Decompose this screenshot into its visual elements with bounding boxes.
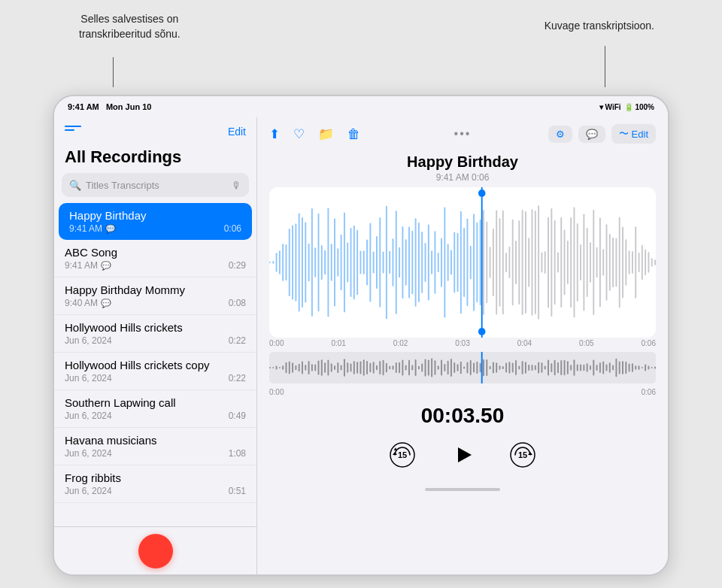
- filter-button[interactable]: ⚙: [548, 126, 572, 143]
- svg-rect-114: [635, 226, 636, 298]
- recording-item[interactable]: Havana musicians Jun 6, 2024 1:08: [54, 428, 256, 465]
- left-panel: Edit All Recordings 🔍 Titles Transcripts…: [54, 117, 257, 574]
- svg-rect-94: [570, 217, 572, 308]
- svg-rect-188: [473, 363, 475, 373]
- all-recordings-title: All Recordings: [54, 146, 256, 173]
- svg-rect-108: [615, 238, 617, 287]
- svg-rect-133: [295, 365, 296, 370]
- svg-rect-187: [470, 360, 472, 375]
- recording-name: Southern Lapwing call: [65, 396, 176, 409]
- time-label: 0:03: [455, 339, 469, 347]
- wifi-icon: ▾ WiFi: [599, 103, 621, 111]
- edit-button[interactable]: Edit: [228, 126, 246, 138]
- svg-rect-0: [269, 187, 656, 338]
- svg-rect-36: [383, 252, 384, 274]
- transcript-button[interactable]: 💬: [578, 126, 605, 143]
- svg-rect-213: [554, 360, 556, 376]
- search-bar[interactable]: 🔍 Titles Transcripts 🎙: [62, 173, 249, 197]
- svg-rect-158: [376, 365, 378, 371]
- svg-rect-230: [609, 362, 611, 373]
- recording-item[interactable]: ABC Song 9:41 AM 💬 0:29: [54, 240, 256, 277]
- mini-time-label: 0:00: [269, 388, 284, 396]
- svg-rect-161: [386, 363, 387, 373]
- svg-rect-170: [415, 359, 417, 376]
- recording-title-area: Happy Birthday 9:41 AM 0:06: [257, 150, 668, 187]
- svg-rect-226: [596, 365, 598, 371]
- svg-rect-204: [525, 362, 526, 374]
- svg-rect-211: [548, 359, 549, 375]
- recording-item[interactable]: Happy Birthday Mommy 9:40 AM 💬 0:08: [54, 277, 256, 315]
- svg-rect-124: [269, 352, 656, 383]
- recording-meta: Jun 6, 2024: [65, 373, 112, 383]
- sidebar-toggle-button[interactable]: [65, 126, 81, 138]
- recording-item[interactable]: Happy Birthday 9:41 AM 💬 0:06: [59, 203, 252, 240]
- svg-rect-52: [434, 231, 435, 293]
- svg-rect-11: [302, 217, 303, 308]
- left-toolbar: Edit: [54, 117, 256, 146]
- svg-rect-23: [341, 235, 342, 290]
- transcript-badge: 💬: [101, 299, 111, 308]
- skip-forward-button[interactable]: 15: [508, 440, 538, 470]
- svg-rect-84: [538, 205, 539, 320]
- svg-rect-185: [463, 366, 465, 368]
- svg-rect-127: [276, 365, 278, 369]
- svg-rect-134: [299, 364, 300, 371]
- mini-time-labels: 0:000:06: [257, 386, 668, 398]
- svg-rect-55: [444, 207, 445, 317]
- right-panel: ⬆ ♡ 📁 🗑 ••• ⚙ 💬 〜 Edit: [257, 117, 668, 574]
- record-button[interactable]: [138, 534, 173, 568]
- waveform-container[interactable]: [269, 187, 656, 338]
- share-button[interactable]: ⬆: [269, 128, 280, 141]
- recording-main-title: Happy Birthday: [257, 153, 668, 171]
- play-button[interactable]: [444, 437, 481, 473]
- svg-rect-74: [505, 253, 507, 272]
- svg-rect-178: [441, 360, 442, 376]
- recording-item[interactable]: Hollywood Hills crickets copy Jun 6, 202…: [54, 353, 256, 390]
- svg-rect-186: [467, 362, 469, 374]
- recording-item[interactable]: Southern Lapwing call Jun 6, 2024 0:49: [54, 390, 256, 428]
- svg-rect-208: [538, 362, 539, 374]
- svg-rect-81: [528, 238, 529, 287]
- svg-marker-252: [528, 452, 532, 455]
- svg-rect-199: [508, 362, 510, 374]
- mini-waveform-container[interactable]: [269, 352, 656, 383]
- svg-rect-234: [622, 361, 623, 374]
- svg-rect-111: [625, 239, 626, 285]
- playback-controls: 15 15: [257, 431, 668, 482]
- svg-rect-2: [272, 261, 274, 264]
- edit-recording-button[interactable]: 〜 Edit: [611, 124, 656, 144]
- recording-name: Happy Birthday Mommy: [65, 283, 185, 296]
- waveform-icon: 〜: [619, 127, 629, 141]
- svg-rect-220: [577, 364, 578, 371]
- svg-rect-105: [606, 224, 608, 300]
- search-input[interactable]: Titles Transcripts: [86, 180, 227, 191]
- trash-button[interactable]: 🗑: [347, 128, 360, 141]
- skip-back-button[interactable]: 15: [387, 440, 417, 470]
- svg-rect-77: [515, 241, 517, 284]
- svg-rect-118: [648, 252, 649, 272]
- svg-point-122: [478, 189, 486, 197]
- svg-rect-177: [438, 365, 439, 369]
- svg-rect-82: [532, 209, 533, 316]
- svg-rect-12: [305, 222, 306, 302]
- recording-item[interactable]: Frog ribbits Jun 6, 2024 0:51: [54, 465, 256, 503]
- svg-rect-58: [454, 232, 455, 293]
- folder-button[interactable]: 📁: [318, 128, 334, 141]
- recording-item[interactable]: Hollywood Hills crickets Jun 6, 2024 0:2…: [54, 315, 256, 353]
- favorite-button[interactable]: ♡: [293, 128, 305, 141]
- svg-rect-119: [651, 258, 653, 267]
- svg-rect-75: [508, 247, 510, 278]
- svg-rect-205: [528, 365, 529, 371]
- recording-duration: 0:29: [229, 260, 246, 271]
- svg-text:15: 15: [518, 450, 527, 459]
- svg-rect-174: [428, 359, 429, 375]
- svg-rect-200: [512, 362, 514, 372]
- svg-rect-68: [486, 222, 487, 303]
- svg-rect-219: [574, 359, 575, 376]
- svg-rect-151: [353, 361, 355, 374]
- time-label: 0:05: [579, 339, 593, 347]
- svg-rect-95: [574, 208, 575, 318]
- search-icon: 🔍: [69, 180, 81, 191]
- svg-rect-63: [470, 246, 472, 279]
- recording-meta: 9:41 AM 💬: [69, 223, 116, 234]
